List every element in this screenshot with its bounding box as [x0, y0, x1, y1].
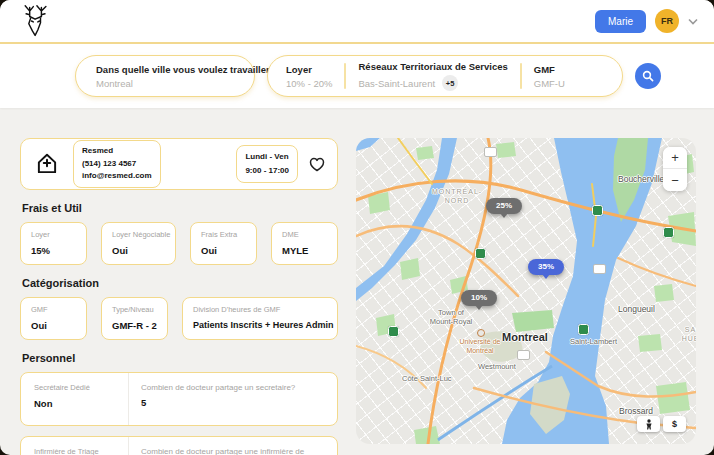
field-gmf: GMF Oui: [20, 297, 87, 340]
clinic-email: info@resmed.com: [82, 170, 152, 182]
zoom-in-button[interactable]: +: [663, 147, 687, 169]
map-marker-10[interactable]: 10%: [461, 290, 497, 306]
highway-shield-icon: [388, 326, 399, 337]
zoom-out-button[interactable]: −: [663, 169, 687, 191]
route-shield-icon: [484, 147, 497, 157]
clinic-building-icon: [34, 151, 60, 177]
content: Resmed (514) 123 4567 info@resmed.com Lu…: [0, 108, 714, 455]
city-search-value: Montreal: [96, 78, 254, 89]
map-label-brossard: Brossard: [619, 406, 653, 416]
highway-shield-icon: [663, 227, 674, 238]
field-loyer-negociable: Loyer Négociable Oui: [101, 222, 176, 265]
map-label-westmount: Westmount: [478, 362, 516, 371]
highway-shield-icon: [475, 248, 486, 259]
pegman-button[interactable]: [637, 416, 660, 432]
personnel-card-infirmiere: Infirmière de Triage Oui Combien de doct…: [20, 436, 338, 455]
map-label-mount-royal: Town of Mount-Royal: [426, 308, 476, 327]
city-search-field[interactable]: Dans quelle ville vous voulez travailler…: [75, 55, 255, 97]
map-zoom-control: + −: [663, 147, 687, 191]
field-loyer: Loyer 15%: [20, 222, 87, 265]
filter-loyer[interactable]: Loyer 10% - 20%: [286, 64, 332, 89]
chevron-down-icon[interactable]: [688, 18, 698, 25]
personnel-card-secretaire: Secrétaire Dédié Non Combien de docteur …: [20, 372, 338, 426]
filter-divider: [344, 63, 346, 89]
map-label-saint-lambert: Saint-Lambert: [570, 337, 617, 346]
search-bar: Dans quelle ville vous voulez travailler…: [0, 44, 714, 108]
clinic-hours-time: 9:00 - 17:00: [245, 164, 289, 178]
deer-logo-icon: [18, 3, 54, 39]
clinic-contact-box: Resmed (514) 123 4567 info@resmed.com: [73, 140, 161, 187]
more-count-badge: +5: [442, 75, 458, 91]
map-label-longueuil: Longueuil: [618, 304, 655, 314]
route-shield-icon: [517, 350, 530, 360]
map-label-montreal: Montreal: [502, 331, 548, 343]
field-dme: DME MYLE: [271, 222, 338, 265]
app-window: Marie FR Dans quelle ville vous voulez t…: [0, 0, 714, 455]
clinic-name: Resmed: [82, 145, 152, 157]
filter-divider: [520, 63, 522, 89]
map-label-saint-hubert: SAINT-HUBERT: [678, 326, 696, 344]
section-title-personnel: Personnel: [22, 352, 338, 364]
clinic-details-panel: Resmed (514) 123 4567 info@resmed.com Lu…: [20, 138, 338, 455]
section-title-categorisation: Catégorisation: [22, 277, 338, 289]
map[interactable]: MONTRÉAL-NORD Boucherville Town of Mount…: [356, 138, 696, 444]
favorite-heart-icon[interactable]: [309, 157, 325, 172]
clinic-hours-box: Lundi - Ven 9:00 - 17:00: [236, 145, 298, 182]
city-search-label: Dans quelle ville vous voulez travailler…: [96, 64, 254, 75]
map-poi-dot: [477, 329, 485, 337]
categorisation-row: GMF Oui Type/Niveau GMF-R - 2 Division D…: [20, 297, 338, 340]
header: Marie FR: [0, 0, 714, 44]
filter-reseaux[interactable]: Réseaux Territoriaux de Services Bas-Sai…: [358, 61, 507, 91]
map-label-boucherville: Boucherville: [618, 174, 664, 184]
map-label-cote-saint-luc: Côte Saint-Luc: [402, 374, 452, 383]
search-button[interactable]: [635, 63, 661, 89]
field-division-heures: Division D'heures de GMF Patients Inscri…: [182, 297, 338, 340]
highway-shield-icon: [592, 205, 603, 216]
filters-field: Loyer 10% - 20% Réseaux Territoriaux de …: [267, 55, 623, 97]
clinic-hours-days: Lundi - Ven: [245, 150, 289, 164]
map-bottom-controls: $: [637, 416, 686, 432]
map-label-montreal-nord: MONTRÉAL-NORD: [430, 188, 484, 206]
field-frais-extra: Frais Extra Oui: [190, 222, 257, 265]
clinic-card: Resmed (514) 123 4567 info@resmed.com Lu…: [20, 138, 338, 190]
filter-gmf[interactable]: GMF GMF-U: [534, 64, 565, 89]
field-type-niveau: Type/Niveau GMF-R - 2: [101, 297, 168, 340]
currency-button[interactable]: $: [663, 416, 686, 432]
language-avatar[interactable]: FR: [655, 9, 679, 33]
section-title-fees: Frais et Util: [22, 202, 338, 214]
highway-shield-icon: [578, 324, 589, 335]
clinic-phone: (514) 123 4567: [82, 158, 152, 170]
map-marker-25[interactable]: 25%: [486, 198, 522, 214]
route-shield-icon: [593, 264, 606, 274]
user-button[interactable]: Marie: [595, 10, 646, 33]
fees-row: Loyer 15% Loyer Négociable Oui Frais Ext…: [20, 222, 338, 265]
map-marker-35[interactable]: 35%: [528, 259, 564, 275]
